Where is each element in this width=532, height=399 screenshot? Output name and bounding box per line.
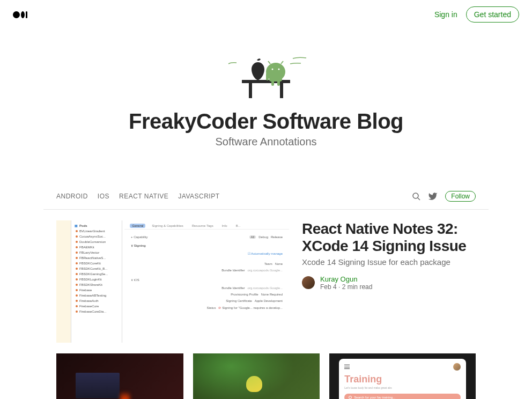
nav-link-android[interactable]: ANDROID [56, 193, 88, 200]
svg-point-5 [272, 69, 274, 70]
get-started-button[interactable]: Get started [466, 6, 519, 23]
author-name-link[interactable]: Kuray Ogun [320, 275, 357, 283]
article-card-3[interactable]: Training Let's loose body fat and make g… [329, 353, 476, 399]
article-card-2[interactable] [193, 353, 320, 399]
author-row: Kuray Ogun Feb 4 · 2 min read [302, 275, 476, 291]
svg-rect-10 [271, 80, 274, 86]
nav-links: ANDROID IOS REACT NATIVE JAVASCRIPT [56, 193, 220, 200]
article-title: React Native Notes 32: XCode 14 Signing … [302, 220, 476, 255]
svg-line-8 [281, 61, 283, 64]
training-title: Training [344, 374, 461, 385]
blog-subtitle: Software Annotations [11, 136, 521, 148]
article-meta: Feb 4 · 2 min read [320, 283, 372, 291]
search-pill: Search for your fav training... [344, 394, 461, 399]
xcode-screenshot: ▦ Pods BVLinearGradient CocoaAsyncSoc...… [56, 220, 291, 343]
svg-rect-0 [242, 80, 290, 83]
author-avatar[interactable] [302, 276, 315, 289]
search-pill-icon [349, 396, 352, 399]
article-title-link[interactable]: React Native Notes 32: XCode 14 Signing … [302, 220, 476, 255]
phone-avatar-icon [453, 363, 461, 371]
svg-rect-9 [266, 73, 269, 80]
svg-point-6 [278, 69, 280, 70]
twitter-icon [428, 191, 438, 201]
blog-title: FreakyCoder Software Blog [11, 109, 521, 134]
nav-actions: Follow [412, 191, 476, 202]
phone-mockup: Training Let's loose body fat and make g… [339, 359, 466, 399]
logo-circle-icon [13, 11, 20, 18]
nav-link-react-native[interactable]: REACT NATIVE [119, 193, 168, 200]
nav-link-ios[interactable]: IOS [98, 193, 109, 200]
nav-link-javascript[interactable]: JAVASCRIPT [178, 193, 219, 200]
search-icon [412, 192, 420, 201]
follow-button[interactable]: Follow [445, 191, 476, 202]
signin-link[interactable]: Sign in [434, 10, 457, 19]
svg-line-13 [418, 198, 420, 200]
hero-illustration [212, 50, 320, 104]
svg-rect-11 [277, 80, 280, 86]
featured-image-link[interactable]: ▦ Pods BVLinearGradient CocoaAsyncSoc...… [56, 220, 291, 343]
training-subtitle: Let's loose body fat and make great abs [344, 386, 461, 389]
svg-point-12 [413, 193, 418, 198]
article-subtitle: Xcode 14 Signing Issue for each package [302, 257, 476, 268]
twitter-button[interactable] [428, 191, 438, 201]
search-button[interactable] [412, 192, 420, 201]
logo-line-icon [26, 11, 27, 18]
medium-logo[interactable] [13, 11, 27, 18]
svg-rect-1 [249, 83, 252, 98]
logo-oval-icon [21, 11, 25, 18]
hero-section: FreakyCoder Software Blog Software Annot… [0, 29, 532, 164]
auth-actions: Sign in Get started [434, 6, 519, 23]
svg-line-7 [268, 61, 270, 64]
article-cards: Training Let's loose body fat and make g… [56, 353, 476, 399]
svg-rect-4 [269, 72, 282, 82]
svg-rect-2 [280, 83, 283, 98]
hamburger-icon [344, 365, 350, 369]
article-card-1[interactable] [56, 353, 183, 399]
featured-article: ▦ Pods BVLinearGradient CocoaAsyncSoc...… [56, 220, 476, 343]
